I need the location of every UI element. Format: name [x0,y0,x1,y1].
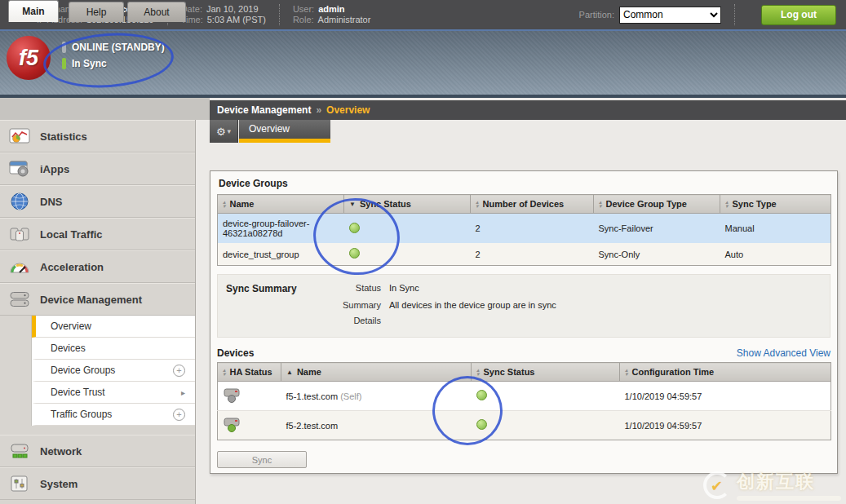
column-header-ha-status[interactable]: ▴▾HA Status [218,363,281,382]
sort-icon: ▴▾ [223,368,226,376]
sidebar-item-device-trust[interactable]: Device Trust ▸ [32,382,195,404]
user-value: admin [318,4,344,15]
sidebar-item-device-groups[interactable]: Device Groups + [32,360,195,382]
watermark: ✔ 创新互联 [703,470,841,501]
statistics-icon [8,128,30,144]
sidebar-item-label: Acceleration [40,261,104,273]
partition-control: Partition: Common [579,7,721,24]
tab-about[interactable]: About [127,2,186,22]
page-options-button[interactable]: ⚙ ▾ [210,120,238,143]
watermark-text: 创新互联 [737,470,815,494]
device-groups-table: ▴▾Name ▼Sync Status ▴▾Number of Devices … [217,194,831,266]
user-label: User: [293,4,314,15]
sidebar-item-overview[interactable]: Overview [32,316,195,338]
sort-desc-icon: ▼ [349,201,356,208]
column-header-name[interactable]: ▴▾Name [218,195,344,214]
table-row[interactable]: device-group-failover-46321a08278d 2 Syn… [218,214,831,244]
tab-main[interactable]: Main [8,0,59,22]
plus-icon[interactable]: + [173,409,185,421]
column-header-configuration-time[interactable]: ▴▾Configuration Time [620,363,831,382]
table-row[interactable]: f5-2.test.com 1/10/2019 04:59:57 [218,411,831,440]
configuration-time: 1/10/2019 04:59:57 [620,411,831,440]
column-header-device-sync-status[interactable]: ▴▾Sync Status [472,363,620,382]
status-value: In Sync [389,283,822,294]
sort-icon: ▴▾ [476,200,479,208]
sidebar-item-iapps[interactable]: iApps [0,153,195,185]
sidebar-item-statistics[interactable]: Statistics [0,120,195,153]
table-row[interactable]: device_trust_group 2 Sync-Only Auto [218,243,831,266]
device-group-name: device-group-failover-46321a08278d [218,214,344,244]
device-count: 2 [471,243,594,266]
sync-status-green-icon [476,390,487,400]
column-header-sync-type[interactable]: ▴▾Sync Type [720,195,831,214]
sidebar-item-system[interactable]: System [0,467,195,500]
acceleration-icon [8,259,30,274]
column-header-device-group-type[interactable]: ▴▾Device Group Type [594,195,720,214]
sidebar-item-traffic-groups[interactable]: Traffic Groups + [32,404,195,426]
sidebar-item-device-management[interactable]: Device Management [0,283,195,316]
sidebar-item-dns[interactable]: DNS [0,185,195,218]
table-row[interactable]: f5-1.test.com (Self) 1/10/2019 04:59:57 [218,382,831,411]
f5-logo[interactable]: f5 [7,36,51,80]
tab-help[interactable]: Help [69,2,124,22]
logout-button[interactable]: Log out [761,5,836,25]
watermark-subtext-bar [737,496,841,501]
gear-icon: ⚙ [216,126,226,138]
sort-icon: ▴▾ [599,200,602,208]
in-sync-indicator-icon [62,58,66,69]
plus-icon[interactable]: + [173,365,185,377]
online-standby-status: ONLINE (STANDBY) [72,42,165,53]
device-group-name: device_trust_group [218,243,344,266]
sort-icon: ▴▾ [476,368,480,376]
column-header-sync-status[interactable]: ▼Sync Status [344,195,471,214]
sidebar-item-local-traffic[interactable]: Local Traffic [0,218,195,250]
nav-tabstrip [0,98,210,120]
dns-icon [8,192,30,210]
local-traffic-icon [8,226,30,242]
sidebar-item-label: Local Traffic [40,228,103,241]
devices-title: Devices [217,347,254,359]
device-name: f5-1.test.com [286,391,339,401]
device-groups-title: Device Groups [217,175,830,194]
banner: f5 ONLINE (STANDBY) In Sync [0,31,846,98]
ha-status-active-icon [223,425,242,435]
sidebar-item-acceleration[interactable]: Acceleration [0,250,195,283]
devices-table: ▴▾HA Status ▲Name ▴▾Sync Status ▴▾Config… [217,362,831,440]
sidebar-item-network[interactable]: Network [0,435,195,467]
breadcrumb-separator: » [316,104,321,116]
sync-button[interactable]: Sync [217,451,307,468]
summary-label: Summary [328,300,389,310]
tab-overview[interactable]: Overview [239,120,330,143]
details-value [389,316,822,325]
bigip-screen: Hostname:f5-1.test.com IP Address:192.16… [0,0,846,504]
in-sync-status: In Sync [72,58,107,69]
submenu-item-label: Devices [51,343,86,354]
device-count: 2 [471,214,594,244]
submenu-item-label: Device Trust [51,387,105,398]
time-value: 5:03 AM (PST) [207,15,266,25]
device-status-block: ONLINE (STANDBY) In Sync [62,42,165,74]
sort-icon: ▴▾ [725,200,729,208]
role-label: Role: [293,15,314,25]
column-header-number-of-devices[interactable]: ▴▾Number of Devices [471,195,594,214]
show-advanced-view-link[interactable]: Show Advanced View [737,347,830,359]
submenu-item-label: Device Groups [51,365,115,376]
iapps-icon [8,161,30,177]
column-header-device-name[interactable]: ▲Name [281,363,472,382]
sync-summary-title: Sync Summary [226,283,328,294]
sidebar-item-label: Network [40,445,82,458]
user-info: User:admin Role:Administrator [293,4,370,25]
overview-panel: Device Groups ▴▾Name ▼Sync Status ▴▾Numb… [210,170,838,474]
sidebar-item-devices[interactable]: Devices [32,338,195,360]
device-management-icon [8,291,30,307]
partition-select[interactable]: Common [619,7,721,24]
online-standby-indicator-icon [62,42,66,53]
device-group-type: Sync-Failover [594,214,720,244]
sync-status-green-icon [349,223,360,233]
topbar-divider [279,4,280,25]
datetime-info: Date:Jan 10, 2019 Time:5:03 AM (PST) [181,4,266,25]
sidebar-item-label: iApps [40,163,69,175]
ha-status-standby-icon [223,396,242,405]
summary-value: All devices in the device group are in s… [389,300,822,310]
system-icon [8,475,30,492]
